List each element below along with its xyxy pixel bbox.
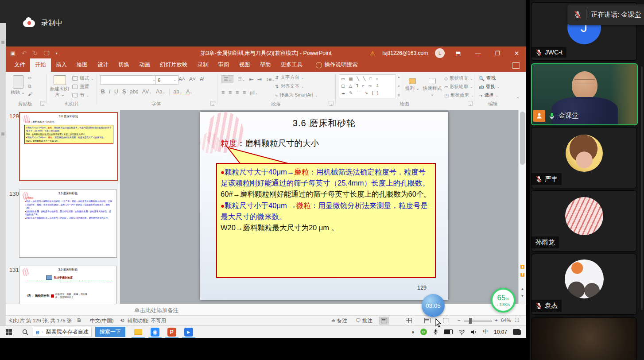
slideshow-view-button[interactable] — [441, 317, 451, 325]
arrange-button[interactable]: 排列 ⌄ — [403, 78, 421, 91]
increase-font-button[interactable]: A˄ — [178, 76, 185, 82]
slide-title[interactable]: 3.6 磨床和砂轮 — [200, 117, 448, 129]
clear-formatting-button[interactable]: A̸ — [200, 76, 203, 82]
collapse-ribbon-button[interactable]: ⌃ — [516, 97, 520, 101]
spell-check-icon[interactable]: 🗎 — [77, 317, 82, 323]
taskbar-classroom-app[interactable]: ▶ — [180, 326, 197, 338]
text-direction-button[interactable]: ⇵ 文字方向⌄ — [275, 74, 304, 81]
align-right-button[interactable]: ≡ — [236, 89, 239, 96]
tab-slideshow[interactable]: 幻灯片放映 — [155, 58, 193, 72]
normal-view-button[interactable] — [379, 317, 389, 325]
start-button[interactable] — [0, 326, 18, 338]
scroll-up-button[interactable]: ▲ — [519, 287, 526, 291]
bullets-button[interactable]: ☰⌄ — [221, 75, 233, 83]
account-avatar[interactable]: L — [435, 48, 445, 58]
change-case-button[interactable]: Aa⌄ — [156, 89, 165, 95]
bold-button[interactable]: B — [101, 89, 105, 95]
participant-tile[interactable]: 金课堂 — [531, 63, 638, 125]
select-button[interactable]: ⭢ 选择⌄ — [479, 92, 498, 98]
shape-fill-button[interactable]: ◇ 形状填充⌄ — [444, 75, 473, 81]
zoom-in-button[interactable]: + — [495, 317, 498, 323]
reset-button[interactable]: 重置 — [72, 84, 89, 90]
scrollbar-thumb[interactable] — [520, 112, 525, 165]
meeting-timer-bubble[interactable]: 03:05 — [422, 294, 445, 317]
slide-scrollbar[interactable]: ⏫ ⏬ ▲ ▼ — [518, 110, 526, 304]
paragraph-dialog-launcher[interactable]: ⌟ — [329, 101, 334, 106]
decrease-font-button[interactable]: A˅ — [189, 76, 196, 82]
ime-indicator[interactable]: 中 — [483, 328, 488, 336]
tab-design[interactable]: 设计 — [93, 58, 113, 72]
slide-thumbnail-pane[interactable]: 129 3.6 磨床和砂轮 粒度：磨料颗粒尺寸的大小 ●颗粒尺寸大于40μm→磨… — [6, 110, 120, 304]
zoom-slider-track[interactable] — [464, 321, 492, 321]
tell-me-search[interactable]: 操作说明搜索 — [316, 61, 358, 72]
format-painter-button[interactable]: 🖌 — [28, 91, 33, 97]
scroll-down-button[interactable]: ▼ — [519, 294, 526, 298]
fit-to-window-button[interactable]: ⛶ — [515, 317, 519, 323]
copy-button[interactable]: ⧉ — [28, 83, 31, 89]
font-dialog-launcher[interactable]: ⌟ — [210, 101, 215, 106]
slide-thumbnail-131[interactable]: 3.6 磨床和砂轮 取决于磨削速度 结 ⌐ 陶瓷结合剂 价格便宜、耐酸、耐碱，用… — [19, 266, 117, 304]
participant-tile[interactable]: 袁杰 — [531, 254, 637, 315]
slide-canvas[interactable]: 3.6 磨床和砂轮 粒度：磨料颗粒尺寸的大小 ●颗粒尺寸大于40μm→磨粒：用机… — [200, 112, 448, 300]
font-color-button[interactable]: A⌄ — [186, 89, 193, 95]
microphone-tray-icon[interactable] — [433, 329, 438, 335]
maximize-button[interactable]: ❐ — [491, 50, 504, 57]
zoom-level[interactable]: 64% — [501, 317, 511, 323]
tab-more-tools[interactable]: 更多工具 — [276, 58, 308, 72]
panel-scrollbar[interactable] — [641, 66, 643, 310]
tab-review[interactable]: 审阅 — [213, 58, 234, 72]
font-name-combobox[interactable]: ⌄ — [100, 75, 158, 85]
drawing-dialog-launcher[interactable]: ⌟ — [468, 101, 473, 106]
numbering-button[interactable]: ≣⌄ — [237, 76, 245, 82]
line-spacing-button[interactable]: ↕≡⌄ — [266, 76, 275, 82]
strikethrough-button[interactable]: abc — [130, 89, 138, 95]
tab-home[interactable]: 开始 — [30, 58, 51, 72]
slide-text-box[interactable]: ●颗粒尺寸大于40μm→磨粒：用机械筛选法确定粒度号，粒度号是该颗粒刚好能通过的… — [216, 163, 436, 278]
tab-insert[interactable]: 插入 — [51, 58, 72, 72]
zoom-slider-thumb[interactable] — [469, 318, 472, 324]
clock[interactable]: 10:07 — [494, 329, 507, 335]
save-button[interactable]: ▣ — [10, 50, 16, 57]
taskbar-powerpoint[interactable]: P — [163, 326, 180, 338]
search-suggestion-text[interactable]: 梨泰院幸存者自述 — [46, 328, 89, 336]
increase-indent-button[interactable]: ⇥ — [257, 76, 262, 82]
slide-sorter-view-button[interactable] — [403, 317, 414, 325]
language-indicator[interactable]: 中文(中国) — [90, 317, 114, 324]
notes-toggle[interactable]: ≐ 备注 — [331, 317, 347, 324]
comments-toggle[interactable]: 🗨 批注 — [356, 317, 372, 324]
notes-pane[interactable]: 单击此处添加备注 — [6, 304, 526, 316]
participant-tile[interactable] — [531, 317, 637, 360]
hidden-icons-chevron[interactable]: ∧ — [411, 329, 415, 334]
redo-button[interactable]: ↻ — [33, 50, 38, 57]
shadow-button[interactable]: S — [122, 89, 126, 95]
tab-view[interactable]: 视图 — [234, 58, 255, 72]
new-slide-button[interactable]: 新建 幻灯片 ⌄ — [48, 86, 71, 97]
start-slideshow-button[interactable]: 🖵 — [44, 50, 50, 57]
shape-effects-button[interactable]: ◳ 形状效果⌄ — [444, 92, 474, 98]
replace-button[interactable]: ab 替换⌄ — [479, 84, 500, 90]
search-go-button[interactable]: 搜索一下 — [95, 327, 125, 337]
find-button[interactable]: 🔍 查找 — [479, 75, 496, 81]
justify-button[interactable]: ≡ — [243, 89, 246, 96]
layout-button[interactable]: 版式⌄ — [72, 75, 94, 81]
tab-draw[interactable]: 绘图 — [72, 58, 93, 72]
network-speed-widget[interactable]: 65% ↓ 3.8K/s — [491, 288, 516, 313]
participant-tile[interactable]: 孙雨龙 — [531, 190, 637, 252]
qat-customize-button[interactable]: ▾ — [56, 51, 58, 55]
previous-slide-button[interactable]: ⏫ — [519, 265, 526, 269]
accessibility-status[interactable]: 辅助功能: 不可用 — [128, 317, 166, 324]
italic-button[interactable]: I — [109, 89, 110, 95]
paste-button[interactable]: 粘贴 ⌄ — [9, 89, 26, 95]
taskbar-search-field[interactable]: e › 梨泰院幸存者自述 — [33, 327, 92, 337]
font-size-combobox[interactable]: 6⌄ — [155, 75, 178, 85]
align-center-button[interactable]: ≡ — [229, 89, 232, 96]
tab-transitions[interactable]: 切换 — [113, 58, 134, 72]
shapes-gallery[interactable]: ▭ ▤ ╲ ╲ □ ○▢ △ Ꞁ ⌐ ⇨ ⇩☁ ✎ ⌒ ∿ { } — [339, 74, 400, 98]
paste-icon[interactable] — [13, 75, 23, 89]
slide-thumbnail-130[interactable]: 3.6 磨床和砂轮 选用原则 ●粗磨→选粒度号小或颗粒较大的砂轮，↑生产率；精磨… — [19, 190, 117, 258]
comments-toggle-icon[interactable] — [512, 62, 520, 69]
cut-button[interactable]: ✂ — [28, 75, 32, 81]
slide-editing-area[interactable]: 3.6 磨床和砂轮 粒度：磨料颗粒尺寸的大小 ●颗粒尺寸大于40μm→磨粒：用机… — [120, 110, 526, 304]
shapes-gallery-scrollbar[interactable]: ▴▾⊽ — [396, 74, 402, 98]
quick-styles-button[interactable]: 快速样式 ⌄ — [422, 78, 442, 97]
